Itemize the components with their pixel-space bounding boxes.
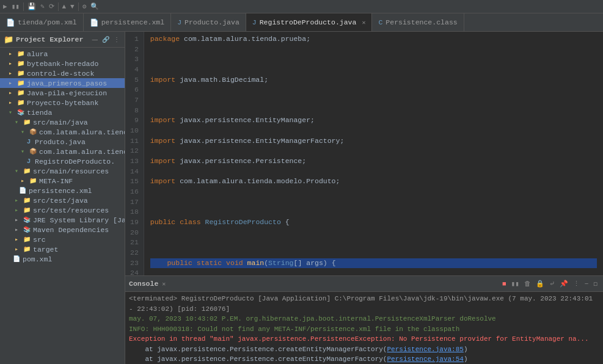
sidebar-item-src-test-java[interactable]: 📁 src/test/java xyxy=(0,195,125,205)
console-stop-btn[interactable]: ■ xyxy=(500,280,508,288)
sidebar-item-java-primeros[interactable]: 📁 java_primeros_pasos xyxy=(0,78,125,88)
src-folder-icon: 📁 xyxy=(23,118,31,126)
sidebar-actions: ⸻ 🔗 ⋮ xyxy=(90,35,121,44)
tab-bar: 📄 tienda/pom.xml 📄 persistence.xml J Pro… xyxy=(0,13,603,32)
chevron-right-icon xyxy=(18,177,27,185)
tab-producto-java[interactable]: J Producto.java xyxy=(171,13,246,31)
code-line-1: package com.latam.alura.tienda.prueba; xyxy=(150,34,597,45)
code-line-4 xyxy=(150,95,597,106)
sidebar-item-proyecto-bytebank[interactable]: 📁 Proyecto-bytebank xyxy=(0,98,125,107)
console-scroll-lock-btn[interactable]: 🔒 xyxy=(534,279,546,288)
collapse-all-btn[interactable]: ⸻ xyxy=(90,35,99,44)
chevron-down-icon xyxy=(12,167,21,175)
sidebar-item-java-pila[interactable]: 📁 Java-pila-ejecucion xyxy=(0,88,125,98)
chevron-down-icon xyxy=(12,118,21,126)
toolbar-btn-8[interactable]: ⚙ xyxy=(81,2,89,11)
xml-file-icon: 📄 xyxy=(12,255,21,263)
line-numbers: 12345 678910 1112131415 1617181920 21222… xyxy=(125,32,144,275)
folder-icon: 📁 xyxy=(16,59,25,68)
chevron-right-icon xyxy=(6,89,15,97)
code-line-10: public class RegistroDeProducto { xyxy=(150,217,597,228)
console-terminate-btn[interactable]: ▮▮ xyxy=(510,279,521,288)
tab-persistence-xml[interactable]: 📄 persistence.xml xyxy=(84,13,172,31)
sidebar-title: Project Explorer xyxy=(16,35,88,43)
sidebar-item-alura[interactable]: 📁 alura xyxy=(0,49,125,59)
sidebar-item-com-latam-2[interactable]: 📦 com.latam.alura.tienda. xyxy=(0,147,125,156)
sidebar-item-target[interactable]: 📁 target xyxy=(0,244,125,254)
toolbar-btn-3[interactable]: 💾 xyxy=(26,2,38,11)
tab-close-button[interactable]: ✕ xyxy=(362,19,365,26)
sidebar-item-control[interactable]: 📁 control-de-stock xyxy=(0,68,125,78)
console-menu-btn[interactable]: ⋮ xyxy=(571,279,582,288)
sidebar-menu-btn[interactable]: ⋮ xyxy=(112,35,121,44)
code-line-6: import javax.persistence.EntityManagerFa… xyxy=(150,136,597,147)
class-icon: C xyxy=(378,18,382,26)
sidebar-item-jre[interactable]: 📚 JRE System Library [JavaSE-... xyxy=(0,215,125,225)
console-maximize-btn[interactable]: ◻ xyxy=(591,279,599,288)
toolbar-btn-5[interactable]: ⟳ xyxy=(47,2,56,11)
console-minimize-btn[interactable]: − xyxy=(583,280,591,288)
persistence-link-2[interactable]: Persistence.java:54 xyxy=(387,355,463,363)
link-editor-btn[interactable]: 🔗 xyxy=(101,35,111,44)
console-content: <terminated> RegistroDeProducto [Java Ap… xyxy=(125,292,603,364)
sidebar-item-j-icon[interactable]: J Produto.java xyxy=(0,137,125,147)
project-explorer: 📁 Project Explorer ⸻ 🔗 ⋮ 📁 alura 📁 byteb… xyxy=(0,32,125,364)
console-pin-btn[interactable]: 📌 xyxy=(558,279,570,288)
sidebar-item-src-main-java[interactable]: 📁 src/main/java xyxy=(0,117,125,127)
chevron-right-icon xyxy=(12,206,21,214)
xml-icon: 📄 xyxy=(90,18,98,27)
console-clear-btn[interactable]: 🗑 xyxy=(522,279,533,288)
sidebar-item-persistence-xml[interactable]: 📄 persistence.xml xyxy=(0,186,125,195)
console-line-3: Exception in thread "main" javax.persist… xyxy=(129,334,599,344)
sidebar-item-src[interactable]: 📁 src xyxy=(0,235,125,244)
sidebar-item-maven[interactable]: 📚 Maven Dependencies xyxy=(0,225,125,235)
package-icon: 📦 xyxy=(29,128,37,136)
tab-persistence-class[interactable]: C Persistence.class xyxy=(372,13,464,31)
sidebar-item-bytebank[interactable]: 📁 bytebank-heredado xyxy=(0,59,125,68)
package-icon: 📦 xyxy=(29,147,37,156)
toolbar-btn-9[interactable]: 🔍 xyxy=(89,2,101,11)
toolbar-btn-6[interactable]: ▲ xyxy=(60,2,68,11)
toolbar-sep-1 xyxy=(23,2,24,11)
sidebar-item-tienda[interactable]: 📚 tienda xyxy=(0,107,125,117)
toolbar-btn-4[interactable]: ✎ xyxy=(38,2,46,11)
chevron-right-icon xyxy=(12,225,21,234)
chevron-right-icon xyxy=(6,49,15,58)
console-close-button[interactable]: ✕ xyxy=(162,280,166,288)
src-folder-icon: 📁 xyxy=(23,206,31,214)
code-line-11 xyxy=(150,238,597,248)
sidebar-item-meta-inf[interactable]: 📁 META-INF xyxy=(0,176,125,186)
persistence-link-1[interactable]: Persistence.java:85 xyxy=(387,346,463,353)
folder-icon: 📁 xyxy=(16,79,25,87)
src-folder-icon: 📁 xyxy=(23,167,31,175)
console-line-2: INFO: HHH000318: Could not find any META… xyxy=(129,324,599,335)
xml-file-icon: 📄 xyxy=(18,186,27,195)
sidebar-item-pom-xml[interactable]: 📄 pom.xml xyxy=(0,254,125,264)
code-line-7: import javax.persistence.Persistence; xyxy=(150,156,597,167)
code-editor[interactable]: package com.latam.alura.tienda.prueba; i… xyxy=(144,32,603,275)
chevron-right-icon xyxy=(6,59,15,68)
toolbar-btn-2[interactable]: ▮▮ xyxy=(10,2,21,11)
folder-icon: 📁 xyxy=(29,177,37,185)
editor-area: 12345 678910 1112131415 1617181920 21222… xyxy=(125,32,603,364)
tab-registro-java[interactable]: J RegistroDeProducto.java ✕ xyxy=(246,13,373,31)
toolbar-btn-1[interactable]: ▶ xyxy=(1,2,9,11)
code-line-5: import javax.persistence.EntityManager; xyxy=(150,115,597,126)
code-line-3: import java.math.BigDecimal; xyxy=(150,75,597,86)
tab-pom-xml[interactable]: 📄 tienda/pom.xml xyxy=(0,13,84,31)
sidebar-item-src-test-resources[interactable]: 📁 src/test/resources xyxy=(0,205,125,215)
console-area: Console ✕ ■ ▮▮ 🗑 🔒 ⤶ 📌 ⋮ − ◻ <terminated… xyxy=(125,275,603,364)
sidebar-tree: 📁 alura 📁 bytebank-heredado 📁 control-de… xyxy=(0,48,125,364)
sidebar-item-registro[interactable]: J RegistroDeProducto. xyxy=(0,156,125,166)
java-file-icon: J xyxy=(24,137,33,146)
chevron-right-icon xyxy=(12,245,21,253)
toolbar-sep-2 xyxy=(58,2,59,11)
chevron-right-icon xyxy=(6,69,15,78)
console-word-wrap-btn[interactable]: ⤶ xyxy=(547,279,557,288)
folder-icon: 📁 xyxy=(23,245,31,253)
code-container[interactable]: 12345 678910 1112131415 1617181920 21222… xyxy=(125,32,603,275)
toolbar-btn-7[interactable]: ▼ xyxy=(68,2,76,11)
main-area: 📁 Project Explorer ⸻ 🔗 ⋮ 📁 alura 📁 byteb… xyxy=(0,32,603,364)
sidebar-item-src-main-resources[interactable]: 📁 src/main/resources xyxy=(0,166,125,176)
sidebar-item-com-latam-1[interactable]: 📦 com.latam.alura.tienda. xyxy=(0,127,125,137)
